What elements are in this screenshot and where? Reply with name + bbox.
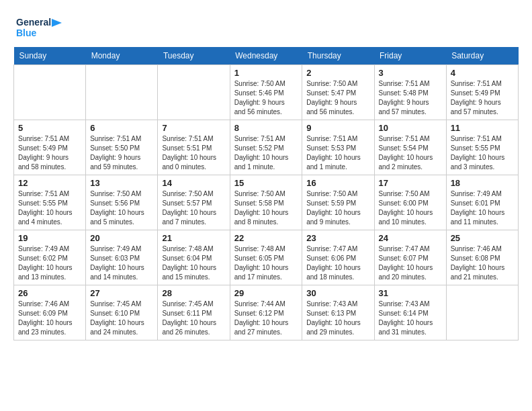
calendar-cell: 8Sunrise: 7:51 AMSunset: 5:52 PMDaylight… <box>230 120 302 175</box>
calendar-cell: 31Sunrise: 7:43 AMSunset: 6:14 PMDayligh… <box>374 285 446 340</box>
calendar-cell: 20Sunrise: 7:49 AMSunset: 6:03 PMDayligh… <box>86 230 158 285</box>
day-number: 6 <box>90 123 153 133</box>
day-number: 22 <box>234 233 298 243</box>
col-header-sunday: Sunday <box>14 47 86 65</box>
day-number: 23 <box>306 233 369 243</box>
calendar-cell <box>158 65 230 120</box>
day-info: Sunrise: 7:46 AMSunset: 6:08 PMDaylight:… <box>451 244 514 282</box>
day-info: Sunrise: 7:45 AMSunset: 6:10 PMDaylight:… <box>90 300 153 337</box>
day-number: 14 <box>162 178 225 188</box>
day-info: Sunrise: 7:51 AMSunset: 5:49 PMDaylight:… <box>18 134 81 172</box>
col-header-thursday: Thursday <box>302 47 374 65</box>
week-row-1: 1Sunrise: 7:50 AMSunset: 5:46 PMDaylight… <box>14 65 519 120</box>
day-info: Sunrise: 7:47 AMSunset: 6:06 PMDaylight:… <box>306 244 369 282</box>
calendar-cell: 30Sunrise: 7:43 AMSunset: 6:13 PMDayligh… <box>302 285 374 340</box>
calendar-cell: 14Sunrise: 7:50 AMSunset: 5:57 PMDayligh… <box>158 175 230 230</box>
day-info: Sunrise: 7:51 AMSunset: 5:54 PMDaylight:… <box>379 134 442 172</box>
col-header-wednesday: Wednesday <box>230 47 302 65</box>
calendar-cell <box>86 65 158 120</box>
day-number: 24 <box>379 233 442 243</box>
day-number: 12 <box>18 178 81 188</box>
day-info: Sunrise: 7:47 AMSunset: 6:07 PMDaylight:… <box>379 244 442 282</box>
calendar-cell: 11Sunrise: 7:51 AMSunset: 5:55 PMDayligh… <box>446 120 518 175</box>
day-number: 26 <box>18 288 81 298</box>
header-row: SundayMondayTuesdayWednesdayThursdayFrid… <box>14 47 519 65</box>
calendar-cell: 19Sunrise: 7:49 AMSunset: 6:02 PMDayligh… <box>14 230 86 285</box>
day-info: Sunrise: 7:51 AMSunset: 5:55 PMDaylight:… <box>18 189 81 227</box>
calendar-cell: 27Sunrise: 7:45 AMSunset: 6:10 PMDayligh… <box>86 285 158 340</box>
day-number: 8 <box>234 123 298 133</box>
col-header-friday: Friday <box>374 47 446 65</box>
calendar-cell: 18Sunrise: 7:49 AMSunset: 6:01 PMDayligh… <box>446 175 518 230</box>
day-number: 15 <box>234 178 298 188</box>
day-info: Sunrise: 7:50 AMSunset: 5:57 PMDaylight:… <box>162 189 225 227</box>
day-number: 28 <box>162 288 225 298</box>
logo: GeneralBlue <box>13 13 69 40</box>
day-info: Sunrise: 7:50 AMSunset: 5:46 PMDaylight:… <box>234 79 298 117</box>
day-number: 9 <box>306 123 369 133</box>
col-header-monday: Monday <box>86 47 158 65</box>
calendar-cell: 21Sunrise: 7:48 AMSunset: 6:04 PMDayligh… <box>158 230 230 285</box>
logo-icon: GeneralBlue <box>15 13 69 40</box>
day-number: 7 <box>162 123 225 133</box>
day-info: Sunrise: 7:50 AMSunset: 5:58 PMDaylight:… <box>234 189 298 227</box>
calendar-cell: 13Sunrise: 7:50 AMSunset: 5:56 PMDayligh… <box>86 175 158 230</box>
day-number: 2 <box>306 68 369 78</box>
calendar-cell: 26Sunrise: 7:46 AMSunset: 6:09 PMDayligh… <box>14 285 86 340</box>
svg-text:Blue: Blue <box>16 28 37 38</box>
calendar-cell: 12Sunrise: 7:51 AMSunset: 5:55 PMDayligh… <box>14 175 86 230</box>
day-number: 4 <box>451 68 514 78</box>
day-number: 16 <box>306 178 369 188</box>
day-number: 10 <box>379 123 442 133</box>
day-info: Sunrise: 7:50 AMSunset: 6:00 PMDaylight:… <box>379 189 442 227</box>
day-info: Sunrise: 7:50 AMSunset: 5:56 PMDaylight:… <box>90 189 153 227</box>
day-number: 18 <box>451 178 514 188</box>
calendar-cell <box>446 285 518 340</box>
svg-marker-2 <box>52 19 62 27</box>
calendar-cell: 6Sunrise: 7:51 AMSunset: 5:50 PMDaylight… <box>86 120 158 175</box>
calendar-cell <box>14 65 86 120</box>
calendar-cell: 22Sunrise: 7:48 AMSunset: 6:05 PMDayligh… <box>230 230 302 285</box>
col-header-tuesday: Tuesday <box>158 47 230 65</box>
day-info: Sunrise: 7:51 AMSunset: 5:52 PMDaylight:… <box>234 134 298 172</box>
svg-text:General: General <box>16 17 51 28</box>
day-number: 5 <box>18 123 81 133</box>
day-info: Sunrise: 7:51 AMSunset: 5:55 PMDaylight:… <box>451 134 514 172</box>
calendar-cell: 10Sunrise: 7:51 AMSunset: 5:54 PMDayligh… <box>374 120 446 175</box>
calendar-cell: 4Sunrise: 7:51 AMSunset: 5:49 PMDaylight… <box>446 65 518 120</box>
week-row-5: 26Sunrise: 7:46 AMSunset: 6:09 PMDayligh… <box>14 285 519 340</box>
week-row-2: 5Sunrise: 7:51 AMSunset: 5:49 PMDaylight… <box>14 120 519 175</box>
day-number: 27 <box>90 288 153 298</box>
day-info: Sunrise: 7:44 AMSunset: 6:12 PMDaylight:… <box>234 300 298 337</box>
calendar-cell: 25Sunrise: 7:46 AMSunset: 6:08 PMDayligh… <box>446 230 518 285</box>
col-header-saturday: Saturday <box>446 47 518 65</box>
day-info: Sunrise: 7:51 AMSunset: 5:48 PMDaylight:… <box>379 79 442 117</box>
calendar-cell: 3Sunrise: 7:51 AMSunset: 5:48 PMDaylight… <box>374 65 446 120</box>
day-info: Sunrise: 7:49 AMSunset: 6:01 PMDaylight:… <box>451 189 514 227</box>
day-number: 3 <box>379 68 442 78</box>
day-info: Sunrise: 7:45 AMSunset: 6:11 PMDaylight:… <box>162 300 225 337</box>
calendar-cell: 24Sunrise: 7:47 AMSunset: 6:07 PMDayligh… <box>374 230 446 285</box>
day-number: 1 <box>234 68 298 78</box>
day-info: Sunrise: 7:51 AMSunset: 5:49 PMDaylight:… <box>451 79 514 117</box>
day-info: Sunrise: 7:49 AMSunset: 6:03 PMDaylight:… <box>90 244 153 282</box>
day-number: 30 <box>306 288 369 298</box>
calendar-cell: 1Sunrise: 7:50 AMSunset: 5:46 PMDaylight… <box>230 65 302 120</box>
week-row-4: 19Sunrise: 7:49 AMSunset: 6:02 PMDayligh… <box>14 230 519 285</box>
day-info: Sunrise: 7:43 AMSunset: 6:14 PMDaylight:… <box>379 300 442 337</box>
calendar-cell: 16Sunrise: 7:50 AMSunset: 5:59 PMDayligh… <box>302 175 374 230</box>
calendar-cell: 17Sunrise: 7:50 AMSunset: 6:00 PMDayligh… <box>374 175 446 230</box>
calendar-table: SundayMondayTuesdayWednesdayThursdayFrid… <box>13 47 519 340</box>
day-info: Sunrise: 7:51 AMSunset: 5:51 PMDaylight:… <box>162 134 225 172</box>
calendar-cell: 23Sunrise: 7:47 AMSunset: 6:06 PMDayligh… <box>302 230 374 285</box>
day-number: 17 <box>379 178 442 188</box>
day-info: Sunrise: 7:50 AMSunset: 5:59 PMDaylight:… <box>306 189 369 227</box>
calendar-cell: 7Sunrise: 7:51 AMSunset: 5:51 PMDaylight… <box>158 120 230 175</box>
day-info: Sunrise: 7:48 AMSunset: 6:05 PMDaylight:… <box>234 244 298 282</box>
day-info: Sunrise: 7:51 AMSunset: 5:50 PMDaylight:… <box>90 134 153 172</box>
day-number: 20 <box>90 233 153 243</box>
calendar-cell: 2Sunrise: 7:50 AMSunset: 5:47 PMDaylight… <box>302 65 374 120</box>
day-info: Sunrise: 7:46 AMSunset: 6:09 PMDaylight:… <box>18 300 81 337</box>
day-number: 25 <box>451 233 514 243</box>
calendar-cell: 29Sunrise: 7:44 AMSunset: 6:12 PMDayligh… <box>230 285 302 340</box>
